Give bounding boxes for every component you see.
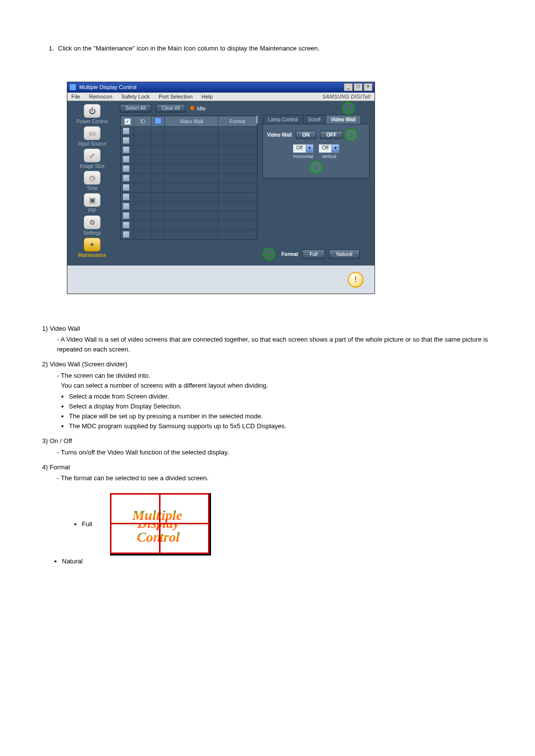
video-wall-label: Video Wall [267, 132, 292, 138]
sidebar-item-settings[interactable]: ⚙ Settings [71, 215, 113, 236]
section-2-title: 2) Video Wall (Screen divider) [42, 360, 127, 368]
vertical-select[interactable]: Off ▼ [319, 144, 339, 153]
table-row[interactable] [121, 230, 257, 240]
section-4-text: The format can be selected to see a divi… [57, 473, 503, 483]
sidebar-item-pip[interactable]: ▣ PIP [71, 193, 113, 213]
section-2-bullet: Select a mode from Screen divider. [69, 392, 503, 402]
format-label: Format [281, 252, 298, 257]
vertical-select-value: Off [319, 145, 331, 152]
close-button[interactable]: × [364, 83, 373, 91]
tab-video-wall[interactable]: Video Wall [325, 115, 361, 124]
table-row[interactable] [121, 146, 257, 155]
sidebar-item-maintenance[interactable]: ✦ Maintenance [71, 238, 113, 258]
sidebar-item-input[interactable]: ▭ Input Source [71, 126, 113, 147]
menu-safety-lock[interactable]: Safety Lock [121, 94, 150, 100]
intro-step-1: Click on the "Maintenance" icon in the M… [56, 45, 503, 52]
figure-text: Control [159, 530, 180, 544]
row-checkbox[interactable] [123, 137, 129, 144]
row-checkbox[interactable] [123, 156, 129, 162]
sidebar-item-label: Power Control [76, 119, 107, 124]
menubar: File Remocon Safety Lock Port Selection … [67, 93, 374, 101]
video-wall-on-button[interactable]: ON [296, 131, 316, 139]
section-1-title: 1) Video Wall [42, 325, 80, 332]
table-row[interactable] [121, 136, 257, 146]
titlebar: Multiple Display Control _ □ × [67, 82, 374, 93]
idle-indicator-icon [190, 106, 195, 110]
row-checkbox[interactable] [123, 147, 129, 153]
table-row[interactable] [121, 211, 257, 221]
brand-label: SAMSUNG DIGITall [322, 94, 371, 100]
sidebar-item-power[interactable]: ⏻ Power Control [71, 104, 113, 124]
col-id: ID [134, 116, 152, 127]
row-checkbox[interactable] [123, 165, 129, 172]
section-4-title: 4) Format [42, 463, 70, 471]
row-checkbox[interactable] [123, 175, 129, 181]
section-2-bullet: The MDC program supplied by Samsung supp… [69, 421, 503, 431]
clock-icon: ◷ [84, 171, 101, 185]
video-wall-off-button[interactable]: OFF [320, 131, 343, 139]
table-row[interactable] [121, 155, 257, 164]
sidebar-item-image-size[interactable]: ⤢ Image Size [71, 149, 113, 169]
control-panel: 1 Lamp Control Scroll Video Wall Video W… [258, 101, 374, 265]
row-checkbox[interactable] [123, 128, 129, 134]
horizontal-select[interactable]: Off ▼ [293, 144, 314, 153]
section-2-text-b: You can select a number of screens with … [42, 381, 503, 391]
menu-remocon[interactable]: Remocon [89, 94, 112, 100]
callout-2: 2 [310, 161, 322, 174]
section-2-bullet: Select a display from Display Selection. [69, 402, 503, 411]
callout-1: 1 [342, 102, 355, 115]
sidebar-item-time[interactable]: ◷ Time [71, 171, 113, 191]
row-checkbox[interactable] [123, 184, 129, 191]
menu-file[interactable]: File [71, 94, 80, 100]
table-row[interactable] [121, 127, 257, 136]
sidebar-item-label: Image Size [80, 163, 105, 169]
chevron-down-icon: ▼ [331, 145, 339, 152]
app-window: Multiple Display Control _ □ × File Remo… [67, 82, 375, 294]
row-checkbox[interactable] [123, 231, 129, 238]
app-icon [69, 84, 76, 91]
select-all-button[interactable]: Select All [120, 104, 151, 112]
minimize-button[interactable]: _ [344, 83, 353, 91]
main-icon-sidebar: ⏻ Power Control ▭ Input Source ⤢ Image S… [67, 101, 117, 265]
maintenance-icon: ✦ [84, 238, 101, 252]
sidebar-item-label: Input Source [78, 141, 107, 147]
row-checkbox[interactable] [123, 203, 129, 209]
row-checkbox[interactable] [123, 194, 129, 200]
status-strip [67, 265, 374, 294]
table-row[interactable] [121, 164, 257, 174]
col-video-wall: Video Wall [165, 116, 218, 127]
table-row[interactable] [121, 202, 257, 211]
window-title: Multiple Display Control [79, 84, 137, 90]
tab-scroll[interactable]: Scroll [303, 115, 326, 124]
table-row[interactable] [121, 174, 257, 183]
section-3-title: 3) On / Off [42, 437, 72, 445]
format-natural-button[interactable]: Natural [329, 250, 360, 259]
info-icon [348, 272, 364, 288]
status-col-icon [155, 117, 161, 124]
full-option-label: Full [82, 519, 92, 529]
section-3-text: Turns on/off the Video Wall function of … [57, 448, 503, 457]
figure-text: Control [137, 530, 160, 544]
row-checkbox[interactable] [123, 222, 129, 228]
table-row[interactable] [121, 193, 257, 202]
sidebar-item-label: Time [87, 186, 98, 191]
gear-icon: ⚙ [84, 215, 101, 229]
section-2-bullet: The place will be set up by pressing a n… [69, 411, 503, 421]
table-row[interactable] [121, 183, 257, 193]
row-checkbox[interactable] [123, 212, 129, 219]
clear-all-button[interactable]: Clear All [156, 104, 185, 112]
image-size-icon: ⤢ [84, 149, 101, 162]
full-format-figure: Multiple Multiple Display Control Displa… [110, 493, 211, 555]
tab-lamp-control[interactable]: Lamp Control [263, 115, 303, 124]
header-checkbox[interactable] [124, 118, 131, 125]
maximize-button[interactable]: □ [354, 83, 363, 91]
section-1-text: A Video Wall is a set of video screens t… [57, 335, 503, 354]
menu-help[interactable]: Help [202, 94, 213, 100]
chevron-down-icon: ▼ [306, 145, 313, 152]
power-icon: ⏻ [84, 104, 101, 118]
section-2-text-a: The screen can be divided into. [57, 371, 503, 381]
format-full-button[interactable]: Full [302, 250, 325, 259]
table-row[interactable] [121, 221, 257, 230]
menu-port-selection[interactable]: Port Selection [159, 94, 192, 100]
horizontal-label: Horizontal [293, 154, 314, 159]
